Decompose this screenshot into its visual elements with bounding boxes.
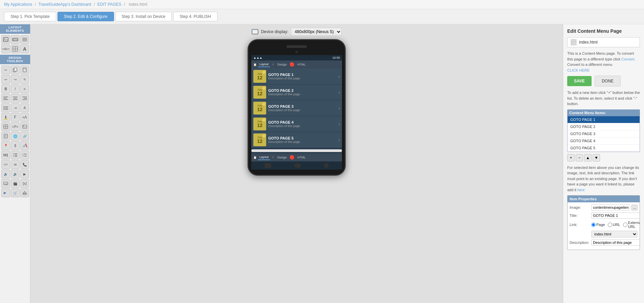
tool-h1[interactable]: H1 — [1, 151, 10, 159]
step-3-button[interactable]: Step 3. Install on Device — [115, 12, 172, 21]
tool-list[interactable] — [20, 35, 29, 44]
tool-align-center[interactable] — [11, 94, 20, 103]
content-menu-list-item[interactable]: GOTO PAGE 5 — [568, 145, 640, 152]
breadcrumb-my-applications[interactable]: My Applications — [4, 2, 32, 7]
tool-div[interactable]: <div> — [1, 45, 10, 53]
breadcrumb-edit-pages[interactable]: EDIT PAGES — [97, 2, 121, 7]
tool-money[interactable]: $ — [11, 141, 20, 150]
phone-menu-item[interactable]: July 12 GOTO PAGE 5 Description of this … — [251, 132, 342, 148]
title-input[interactable] — [591, 212, 640, 219]
content-menu-list-item[interactable]: GOTO PAGE 1 — [568, 116, 640, 123]
device-display-select[interactable]: 480x800px (Nexus S) — [291, 28, 342, 36]
tool-code[interactable]: </> — [1, 160, 10, 169]
tool-brackets[interactable]: [x] — [20, 179, 29, 188]
image-input[interactable] — [591, 204, 630, 210]
phone-back-btn[interactable] — [264, 163, 271, 168]
image-browse-button[interactable]: ... — [631, 205, 638, 210]
phone-bottom-tab-design[interactable]: Design — [276, 155, 288, 160]
tool-italic[interactable]: I — [11, 84, 20, 93]
tool-volume-up[interactable]: 🔊 — [11, 170, 20, 178]
convert-link[interactable]: Convert — [621, 57, 635, 61]
tool-align-left[interactable] — [1, 94, 10, 103]
link-page-select[interactable]: index.html — [591, 231, 638, 237]
list-move-up-button[interactable]: ▲ — [584, 154, 592, 161]
phone-menu-item[interactable]: July 12 GOTO PAGE 1 Description of this … — [251, 69, 342, 84]
tool-page[interactable] — [1, 132, 10, 141]
phone-tab-html[interactable]: HTML — [296, 62, 307, 67]
phone-bottom-tab-layout[interactable]: Layout — [258, 155, 270, 160]
phone-tab-design[interactable]: Design — [276, 62, 288, 67]
step-2-button[interactable]: Step 2. Edit & Configure — [58, 12, 114, 21]
content-menu-list[interactable]: GOTO PAGE 1GOTO PAGE 2GOTO PAGE 3GOTO PA… — [567, 116, 640, 152]
step-1-button[interactable]: Step 1. Pick Template — [4, 12, 56, 21]
tool-video[interactable]: 🎬 — [11, 179, 20, 188]
content-menu-list-item[interactable]: GOTO PAGE 3 — [568, 130, 640, 137]
phone-tab-layout[interactable]: Layout — [258, 62, 270, 67]
svg-text:P: P — [4, 192, 6, 195]
tool-paypal[interactable]: P — [1, 188, 10, 197]
device-display-bar: Device display: 480x800px (Nexus S) — [252, 28, 342, 36]
phone-bottom-tab-html[interactable]: HTML — [296, 155, 307, 160]
here-link[interactable]: here — [577, 188, 585, 192]
tool-link-remove[interactable]: 🔗 — [20, 141, 29, 150]
tool-font[interactable]: A — [20, 103, 29, 112]
tool-bold[interactable]: B — [1, 84, 10, 93]
phone-scrollbar[interactable] — [251, 149, 342, 152]
tool-p-tag[interactable]: <P> — [11, 122, 20, 131]
tool-email[interactable]: ✉ — [11, 160, 20, 169]
tool-resize[interactable]: AA — [20, 113, 29, 122]
tool-youtube[interactable]: ▶ — [20, 170, 29, 178]
tool-redo[interactable]: ↪ — [11, 75, 20, 84]
tool-ship[interactable] — [20, 188, 29, 197]
phone-menu-item[interactable]: July 12 GOTO PAGE 3 Description of this … — [251, 100, 342, 116]
tool-ul[interactable] — [1, 103, 10, 112]
done-button[interactable]: DONE — [595, 76, 621, 86]
tool-link[interactable]: 🔗 — [20, 132, 29, 141]
tool-table2[interactable] — [1, 122, 10, 131]
tool-cart[interactable]: 🛒 — [11, 188, 20, 197]
tool-image[interactable] — [1, 35, 10, 44]
tool-indent[interactable]: ⇥ — [11, 103, 20, 112]
tool-cut[interactable]: ✂ — [1, 66, 10, 74]
content-menu-list-item[interactable]: GOTO PAGE 4 — [568, 137, 640, 145]
description-input[interactable] — [591, 239, 640, 246]
tool-paste[interactable] — [20, 66, 29, 74]
tool-align[interactable]: ≡ — [20, 84, 29, 93]
link-radio-url[interactable]: URL — [608, 223, 620, 227]
image-label: Image: — [570, 205, 590, 209]
link-radio-external[interactable]: External URL — [623, 221, 640, 229]
breadcrumb-dashboard[interactable]: TravelGuideApp's Dashboard — [38, 2, 91, 7]
phone-menu-item[interactable]: July 12 GOTO PAGE 4 Description of this … — [251, 116, 342, 132]
tool-mov[interactable]: MOV — [1, 179, 10, 188]
list-move-down-button[interactable]: ▼ — [593, 154, 600, 161]
save-button[interactable]: SAVE — [567, 76, 592, 86]
tool-align-right[interactable] — [20, 94, 29, 103]
tool-undo[interactable]: ↩ — [1, 75, 10, 84]
tool-text[interactable]: A — [20, 45, 29, 53]
step-4-button[interactable]: Step 4. PUBLISH — [173, 12, 217, 21]
list-remove-button[interactable]: − — [576, 154, 583, 161]
tool-map[interactable]: 📍 — [1, 141, 10, 150]
tool-ol[interactable]: 1.2. — [20, 151, 29, 159]
tool-volume-down[interactable]: 🔉 — [1, 170, 10, 178]
tool-ul2[interactable] — [11, 151, 20, 159]
steps-bar: Step 1. Pick Template Step 2. Edit & Con… — [0, 9, 644, 24]
tool-picture[interactable] — [20, 122, 29, 131]
tool-globe[interactable]: 🌐 — [11, 132, 20, 141]
phone-bottom-tab-bar: 📋 Layout ✦ Design 🔴 HTML — [251, 153, 342, 161]
link-radio-page[interactable]: Page — [591, 223, 605, 227]
list-add-button[interactable]: + — [567, 154, 575, 161]
tool-phone[interactable]: 📞 — [20, 160, 29, 169]
tool-button[interactable]: BTN — [11, 35, 20, 44]
phone-top-tab-bar: 📋 Layout ✦ Design 🔴 HTML — [251, 60, 342, 69]
tool-copy[interactable] — [11, 66, 20, 74]
tool-color[interactable] — [1, 113, 10, 122]
content-menu-list-item[interactable]: GOTO PAGE 2 — [568, 123, 640, 130]
click-here-link[interactable]: CLICK HERE — [567, 68, 590, 72]
phone-menu-btn[interactable] — [324, 163, 329, 168]
phone-home-btn[interactable] — [294, 163, 301, 168]
tool-table[interactable] — [11, 45, 20, 53]
tool-font2[interactable]: F — [11, 113, 20, 122]
phone-menu-item[interactable]: July 12 GOTO PAGE 2 Description of this … — [251, 84, 342, 100]
tool-pencil[interactable]: ✎ — [20, 75, 29, 84]
